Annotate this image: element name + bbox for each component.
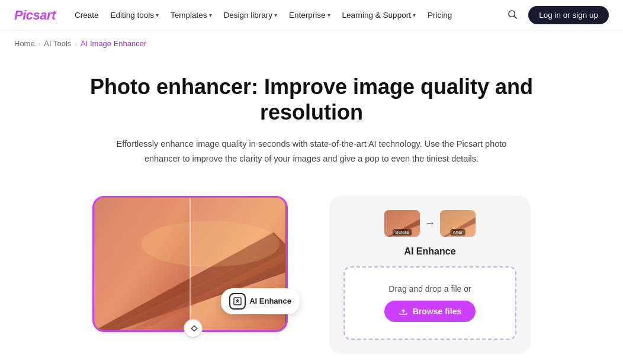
chevron-down-icon: ▾	[413, 12, 416, 18]
breadcrumb-sep-1: ›	[38, 40, 41, 47]
search-icon	[507, 9, 518, 20]
image-enhance-icon	[233, 297, 242, 306]
drop-text: Drag and drop a file or	[388, 284, 471, 294]
panel-title: AI Enhance	[404, 246, 455, 257]
breadcrumb-home[interactable]: Home	[14, 39, 35, 48]
upload-panel: Before → After AI Enhance Drag and	[329, 196, 531, 354]
hero-description: Effortlessly enhance image quality in se…	[98, 137, 525, 166]
svg-point-7	[141, 221, 280, 267]
nav-create[interactable]: Create	[70, 7, 104, 23]
before-after-preview: Before → After	[384, 210, 476, 237]
svg-point-9	[237, 299, 238, 300]
badge-label: AI Enhance	[249, 297, 291, 305]
breadcrumb-ai-tools[interactable]: AI Tools	[44, 39, 71, 48]
chevron-down-icon: ▾	[327, 12, 330, 18]
before-label: Before	[393, 229, 412, 236]
after-thumbnail: After	[440, 210, 476, 237]
ai-enhance-badge: AI Enhance	[221, 288, 300, 314]
arrow-icon: →	[425, 217, 435, 230]
login-button[interactable]: Log in or sign up	[528, 6, 609, 24]
chevron-down-icon: ▾	[274, 12, 277, 18]
nav-links: Create Editing tools ▾ Templates ▾ Desig…	[70, 7, 457, 23]
drop-zone[interactable]: Drag and drop a file or Browse files	[343, 266, 516, 340]
after-label: After	[451, 229, 465, 236]
before-after-toggle[interactable]	[184, 319, 203, 338]
breadcrumb: Home › AI Tools › AI Image Enhancer	[0, 31, 623, 56]
breadcrumb-sep-2: ›	[75, 40, 77, 47]
logo[interactable]: Picsart	[14, 8, 56, 23]
breadcrumb-current: AI Image Enhancer	[81, 39, 146, 48]
search-button[interactable]	[503, 5, 521, 25]
hero-section: Photo enhancer: Improve image quality an…	[75, 56, 548, 190]
nav-pricing[interactable]: Pricing	[423, 7, 457, 23]
chevron-down-icon: ▾	[209, 12, 212, 18]
arrows-icon	[188, 324, 198, 333]
browse-files-button[interactable]: Browse files	[384, 301, 476, 322]
before-after-divider	[190, 198, 191, 330]
nav-design-library[interactable]: Design library ▾	[219, 7, 282, 23]
nav-templates[interactable]: Templates ▾	[166, 7, 217, 23]
preview-panel: AI Enhance	[92, 196, 294, 332]
nav-learning[interactable]: Learning & Support ▾	[338, 7, 420, 23]
svg-point-0	[509, 11, 515, 17]
hero-title: Photo enhancer: Improve image quality an…	[89, 74, 534, 125]
before-thumbnail: Before	[384, 210, 420, 237]
upload-icon	[399, 307, 408, 316]
browse-label: Browse files	[413, 307, 461, 316]
nav-enterprise[interactable]: Enterprise ▾	[284, 7, 335, 23]
chevron-down-icon: ▾	[156, 12, 159, 18]
navbar: Picsart Create Editing tools ▾ Templates…	[0, 0, 623, 31]
badge-icon	[229, 293, 246, 310]
svg-line-1	[515, 16, 517, 18]
main-content: AI Enhance	[0, 190, 623, 364]
nav-editing-tools[interactable]: Editing tools ▾	[105, 7, 163, 23]
